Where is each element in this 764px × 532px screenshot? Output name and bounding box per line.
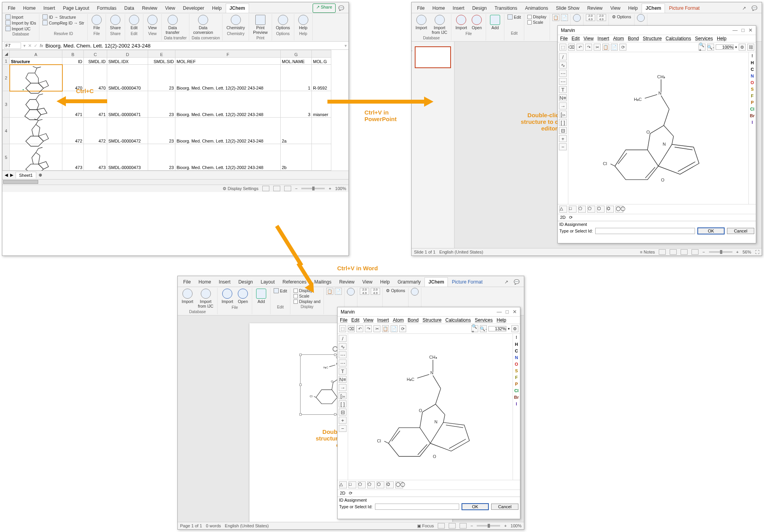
rbtn-import-ijc[interactable]: Import from IJC xyxy=(196,288,215,309)
col-c[interactable]: C xyxy=(84,50,107,58)
ring-triangle-icon[interactable]: △ xyxy=(339,481,347,488)
col-d[interactable]: D xyxy=(107,50,148,58)
tab-picture-format[interactable]: Picture Format xyxy=(448,277,486,287)
redo-icon[interactable]: ↷ xyxy=(585,44,592,51)
comments-icon[interactable]: 💬 xyxy=(749,4,760,13)
zoom-slider[interactable] xyxy=(301,188,325,189)
tab-insert[interactable]: Insert xyxy=(449,4,468,13)
formula-input[interactable] xyxy=(46,43,342,49)
menu-calc[interactable]: Calculations xyxy=(666,36,691,41)
target-icon[interactable] xyxy=(411,288,419,296)
rbtn-file-import[interactable]: Import xyxy=(220,288,235,305)
atom-C[interactable]: C xyxy=(515,349,518,353)
palette-icon[interactable] xyxy=(573,14,581,22)
ok-button[interactable]: OK xyxy=(697,227,725,234)
palette-icon[interactable] xyxy=(347,288,355,296)
id-input[interactable] xyxy=(375,504,459,510)
minimize-icon[interactable]: — xyxy=(497,309,502,315)
rbtn-share[interactable]: Share xyxy=(108,14,122,31)
fx-icon[interactable]: fx xyxy=(40,43,43,48)
id-input[interactable] xyxy=(595,228,695,234)
ring-benzene-icon[interactable]: ⌬ xyxy=(386,481,394,488)
tab-view[interactable]: View xyxy=(359,277,377,287)
rbtn-add[interactable]: Add xyxy=(488,14,502,31)
ring-square-icon[interactable]: □ xyxy=(569,206,577,213)
menu-bond[interactable]: Bond xyxy=(628,36,639,41)
col-g[interactable]: G xyxy=(281,50,312,58)
copy-icon[interactable]: 📋 xyxy=(382,325,389,332)
structure-cell-4[interactable] xyxy=(10,118,62,144)
zoom-in[interactable]: + xyxy=(329,186,331,191)
row-5[interactable]: 5 xyxy=(3,144,10,171)
marvin-tool[interactable]: ⋯ xyxy=(339,351,347,358)
ring-benzene-icon[interactable]: ⌬ xyxy=(606,206,614,213)
header-id[interactable]: ID xyxy=(62,58,84,65)
zoom-slider[interactable] xyxy=(477,525,500,527)
share-button[interactable]: ↗ Share xyxy=(313,4,336,13)
ring-pentagon-icon[interactable]: ⬠ xyxy=(578,206,586,213)
row-2[interactable]: 2 xyxy=(3,65,10,91)
view-break[interactable] xyxy=(284,186,291,191)
marvin-tool[interactable]: ⊟ xyxy=(559,127,567,134)
atom-F[interactable]: F xyxy=(515,375,518,380)
view-page[interactable] xyxy=(273,186,280,191)
atom-Cl[interactable]: Cl xyxy=(514,388,518,393)
menu-services[interactable]: Services xyxy=(695,36,713,41)
zoom-slider[interactable] xyxy=(709,251,732,253)
tab-file[interactable]: File xyxy=(4,4,19,13)
atom-⁝[interactable]: ⁝ xyxy=(516,335,517,340)
view-read[interactable] xyxy=(438,523,445,528)
marvin-canvas[interactable]: O N O N CH₃ H₃C Cl xyxy=(568,52,748,204)
marvin-tool[interactable]: → xyxy=(339,384,347,391)
zoom-out[interactable]: − xyxy=(702,250,705,254)
sheet-nav-next[interactable]: ▶ xyxy=(10,173,13,178)
size2-icon[interactable]: 2.04.9 xyxy=(371,288,380,295)
zoom-input[interactable] xyxy=(716,44,734,50)
tab-help[interactable]: Help xyxy=(208,4,226,13)
size-icon[interactable]: 2.04.9 xyxy=(586,14,595,21)
tab-animations[interactable]: Animations xyxy=(521,4,552,13)
view-web[interactable] xyxy=(460,523,467,528)
tab-formulas[interactable]: Formulas xyxy=(93,4,120,13)
zoom-in[interactable]: + xyxy=(736,250,739,254)
zoom-out[interactable]: − xyxy=(295,186,297,191)
chk-display-and[interactable]: Display and xyxy=(293,299,321,304)
select-icon[interactable]: ⬚ xyxy=(339,325,346,332)
tab-data[interactable]: Data xyxy=(120,4,138,13)
scroll-horizontal[interactable] xyxy=(2,179,348,185)
edit-btn-s[interactable]: Edit xyxy=(273,288,288,294)
atom-⁝[interactable]: ⁝ xyxy=(752,53,753,58)
marvin-tool[interactable]: [ ] xyxy=(339,400,347,407)
ring-naphth-icon[interactable]: ◯◯ xyxy=(615,206,623,213)
structure-cell-3[interactable] xyxy=(10,91,62,118)
ring-pentagon2-icon[interactable]: ⬠ xyxy=(367,481,375,488)
atom-N[interactable]: N xyxy=(515,355,518,360)
marvin-tool[interactable]: / xyxy=(559,53,567,60)
marvin-tool[interactable]: [₍ₙ xyxy=(339,392,347,399)
header-molname[interactable]: MOL.NAME xyxy=(281,58,312,65)
tab-design[interactable]: Design xyxy=(234,277,256,287)
rbtn-file-import[interactable]: Import xyxy=(454,14,469,31)
tab-review[interactable]: Review xyxy=(583,4,606,13)
rbtn-file[interactable]: File xyxy=(90,14,103,31)
undo-icon[interactable]: ↶ xyxy=(577,44,584,51)
paste-icon[interactable]: 📄 xyxy=(391,325,398,332)
tab-home[interactable]: Home xyxy=(428,4,449,13)
notes-btn[interactable]: ≡ Notes xyxy=(640,250,655,254)
marvin-tool[interactable]: N≡ xyxy=(339,376,347,383)
link-icon[interactable]: ⛓ xyxy=(747,44,754,51)
clean-icon[interactable]: ⟳ xyxy=(399,325,406,332)
rbtn-view[interactable]: View xyxy=(146,14,159,31)
chk-scale[interactable]: Scale xyxy=(293,293,321,299)
marvin-tool[interactable]: + xyxy=(339,417,347,424)
tab-picture-format[interactable]: Picture Format xyxy=(665,4,704,13)
view-sorter[interactable] xyxy=(670,249,677,255)
rbtn-import-ijc[interactable]: Import from IJC xyxy=(430,14,449,35)
size-icon[interactable]: 2.04.9 xyxy=(360,288,369,295)
tab-review[interactable]: Review xyxy=(138,4,161,13)
atom-S[interactable]: S xyxy=(751,87,753,92)
row-4[interactable]: 4 xyxy=(3,118,10,144)
menu-help[interactable]: Help xyxy=(717,36,727,41)
view-normal[interactable] xyxy=(262,186,269,191)
cut-icon[interactable]: ✂ xyxy=(594,44,601,51)
